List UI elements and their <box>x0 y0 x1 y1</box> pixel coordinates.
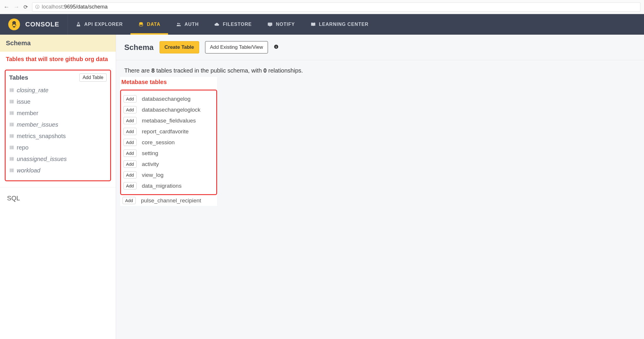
nav-data[interactable]: DATA <box>130 14 168 35</box>
status-suffix: relationships. <box>267 67 303 74</box>
add-untracked-button[interactable]: Add <box>123 182 137 189</box>
main-header: Schema Create Table Add Existing Table/V… <box>116 35 644 60</box>
add-untracked-button[interactable]: Add <box>123 150 137 157</box>
site-info-icon[interactable]: ⓘ <box>35 4 39 10</box>
metabase-section: Metabase tables AdddatabasechangelogAddd… <box>120 77 217 206</box>
untracked-table-name: data_migrations <box>142 183 182 189</box>
create-table-button[interactable]: Create Table <box>160 41 199 53</box>
nav-auth[interactable]: AUTH <box>168 14 206 35</box>
page-title: Schema <box>124 43 154 52</box>
relationship-count: 0 <box>264 67 267 74</box>
untracked-table-name: setting <box>142 150 158 157</box>
table-name: closing_rate <box>17 87 48 94</box>
info-icon[interactable]: i <box>274 44 279 51</box>
untracked-table-row: Addactivity <box>123 159 214 170</box>
forward-button[interactable]: → <box>14 4 19 10</box>
table-icon <box>10 122 14 127</box>
browser-toolbar: ← → ⟳ ⓘ localhost:9695/data/schema <box>0 0 644 14</box>
untracked-table-name: activity <box>142 161 159 167</box>
table-icon <box>10 145 14 150</box>
book-icon <box>310 21 316 27</box>
flask-icon <box>76 21 81 27</box>
url-text: localhost:9695/data/schema <box>42 4 108 10</box>
nav-label: DATA <box>147 22 160 27</box>
table-item-member[interactable]: member <box>9 108 107 119</box>
untracked-table-name: databasechangelog <box>142 96 191 102</box>
untracked-table-name: view_log <box>142 172 164 178</box>
add-untracked-button[interactable]: Add <box>123 95 137 103</box>
reload-button[interactable]: ⟳ <box>24 4 28 10</box>
table-item-metrics_snapshots[interactable]: metrics_snapshots <box>9 130 107 142</box>
table-name: member <box>17 110 38 117</box>
svg-rect-8 <box>10 100 14 103</box>
url-path: :9695/data/schema <box>63 4 108 10</box>
table-icon <box>10 157 14 162</box>
database-icon <box>138 21 144 27</box>
add-existing-button[interactable]: Add Existing Table/View <box>205 41 268 53</box>
table-name: repo <box>17 144 28 151</box>
status-line: There are 8 tables tracked in the public… <box>116 60 644 77</box>
nav-filestore[interactable]: FILESTORE <box>206 14 259 35</box>
table-name: issue <box>17 98 31 105</box>
add-untracked-button[interactable]: Add <box>123 128 137 135</box>
nav-learning-center[interactable]: LEARNING CENTER <box>303 14 376 35</box>
svg-rect-13 <box>10 111 14 115</box>
comment-icon <box>267 21 273 27</box>
table-item-closing_rate[interactable]: closing_rate <box>9 85 107 96</box>
nav-api-explorer[interactable]: API EXPLORER <box>68 14 130 35</box>
users-icon <box>176 21 182 27</box>
untracked-table-row: Adddata_migrations <box>123 180 214 191</box>
add-untracked-button[interactable]: Add <box>123 171 137 179</box>
add-untracked-button[interactable]: Add <box>123 139 137 146</box>
add-untracked-button[interactable]: Add <box>123 106 137 113</box>
url-host: localhost <box>42 4 63 10</box>
table-name: member_issues <box>17 121 58 128</box>
add-untracked-button[interactable]: Add <box>123 117 137 124</box>
untracked-table-row: Addmetabase_fieldvalues <box>123 115 214 126</box>
status-prefix: There are <box>124 67 151 74</box>
table-item-member_issues[interactable]: member_issues <box>9 119 107 130</box>
add-untracked-button[interactable]: Add <box>123 160 137 168</box>
table-icon <box>10 88 14 93</box>
nav-label: AUTH <box>185 22 199 27</box>
sidebar-annotation: Tables that will store github org data <box>0 52 116 65</box>
table-name: metrics_snapshots <box>17 133 66 140</box>
untracked-table-row: Addpulse_channel_recipient <box>120 195 217 206</box>
untracked-table-name: metabase_fieldvalues <box>142 118 196 124</box>
nav-label: FILESTORE <box>223 22 252 27</box>
main-content: Schema Create Table Add Existing Table/V… <box>116 35 644 339</box>
add-table-button[interactable]: Add Table <box>79 73 107 82</box>
table-name: workload <box>17 167 40 174</box>
untracked-table-name: report_cardfavorite <box>142 128 189 135</box>
sidebar-header: Schema <box>0 35 116 52</box>
untracked-table-row: Addsetting <box>123 148 214 159</box>
nav-items: API EXPLORERDATAAUTHFILESTORENOTIFYLEARN… <box>68 14 376 35</box>
table-item-unassigned_issues[interactable]: unassigned_issues <box>9 153 107 165</box>
svg-rect-28 <box>10 146 14 149</box>
add-untracked-button[interactable]: Add <box>123 197 136 204</box>
table-item-repo[interactable]: repo <box>9 142 107 153</box>
brand-text: CONSOLE <box>25 21 59 28</box>
top-nav: CONSOLE API EXPLORERDATAAUTHFILESTORENOT… <box>0 14 644 35</box>
table-icon <box>10 168 14 173</box>
status-mid: tables tracked in the public schema, wit… <box>155 67 263 74</box>
untracked-table-row: Adddatabasechangelog <box>123 93 214 104</box>
url-bar[interactable]: ⓘ localhost:9695/data/schema <box>32 2 640 12</box>
back-button[interactable]: ← <box>4 4 9 10</box>
svg-rect-3 <box>10 88 14 92</box>
brand[interactable]: CONSOLE <box>0 14 68 35</box>
table-icon <box>10 134 14 139</box>
nav-notify[interactable]: NOTIFY <box>259 14 303 35</box>
table-item-issue[interactable]: issue <box>9 96 107 108</box>
metabase-box: AdddatabasechangelogAdddatabasechangelog… <box>120 90 217 195</box>
untracked-table-row: Addcore_session <box>123 137 214 148</box>
cloud-icon <box>214 21 220 27</box>
tracked-count: 8 <box>151 67 155 74</box>
svg-rect-33 <box>10 157 14 161</box>
table-name: unassigned_issues <box>17 156 67 162</box>
sql-link[interactable]: SQL <box>0 187 116 209</box>
untracked-table-name: pulse_channel_recipient <box>141 197 201 204</box>
table-item-workload[interactable]: workload <box>9 165 107 176</box>
nav-label: NOTIFY <box>276 22 295 27</box>
table-icon <box>10 111 14 116</box>
